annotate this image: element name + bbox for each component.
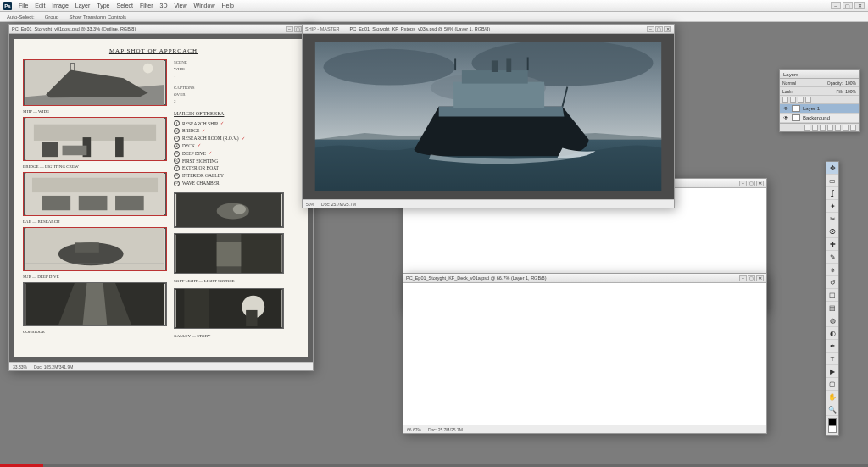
svg-rect-17 (75, 242, 99, 253)
doc-window-ship[interactable]: SHIP - MASTER PC_Ep01_Storyght_KF_Rsteps… (302, 24, 675, 208)
color-swatches[interactable] (828, 418, 837, 433)
storyboard-thumb (23, 117, 167, 161)
crop-tool[interactable]: ✂ (826, 213, 838, 225)
menu-view[interactable]: View (175, 3, 187, 8)
doc-max-icon[interactable]: ▢ (294, 26, 302, 32)
dodge-tool[interactable]: ◐ (826, 327, 838, 340)
layer-name[interactable]: Layer 1 (803, 106, 820, 111)
storyboard-thumb-small (174, 288, 284, 329)
brush-tool[interactable]: ✎ (826, 251, 838, 264)
menu-layer[interactable]: Layer (75, 3, 91, 8)
lock-pixels-icon[interactable] (790, 97, 796, 103)
tools-panel[interactable]: ✥ ▭ ʆ ✦ ✂ ⦿ ✚ ✎ ⎈ ↺ ◫ ▤ ◍ ◐ ✒ T ▶ ▢ ✋ 🔍 (826, 161, 839, 436)
svg-rect-11 (32, 178, 158, 192)
menu-help[interactable]: Help (221, 3, 233, 8)
opt-show-transform[interactable]: Show Transform Controls (69, 14, 126, 19)
ship-canvas[interactable] (311, 42, 665, 191)
menu-select[interactable]: Select (117, 3, 133, 8)
minimize-button[interactable]: – (831, 2, 841, 9)
layer-row[interactable]: 👁 Layer 1 (780, 104, 859, 114)
adjustment-icon[interactable] (827, 125, 833, 131)
menu-filter[interactable]: Filter (140, 3, 153, 8)
svg-rect-40 (462, 70, 528, 84)
new-layer-icon[interactable] (843, 125, 849, 131)
blank-canvas[interactable] (403, 283, 766, 425)
storyboard-thumb (23, 172, 167, 216)
svg-rect-41 (492, 60, 498, 72)
link-layers-icon[interactable] (804, 125, 810, 131)
foreground-swatch[interactable] (828, 418, 837, 426)
lasso-tool[interactable]: ʆ (826, 187, 838, 200)
zoom-readout[interactable]: 33.33% (13, 364, 27, 370)
fx-icon[interactable] (812, 125, 818, 131)
doc-title: PC_Ep01_Storyght_v01post.psd @ 33.3% (Ou… (12, 26, 136, 31)
doc-min-icon[interactable]: – (739, 181, 747, 186)
maximize-button[interactable]: ▢ (843, 2, 853, 9)
menu-3d[interactable]: 3D (160, 3, 168, 8)
doc-window-storyboard[interactable]: PC_Ep01_Storyght_v01post.psd @ 33.3% (Ou… (8, 24, 314, 371)
svg-rect-42 (506, 58, 511, 72)
menu-window[interactable]: Window (194, 3, 215, 8)
page-title: MAP SHOT OF APPROACH (23, 47, 284, 54)
svg-point-3 (143, 64, 153, 74)
lock-transparency-icon[interactable] (782, 97, 788, 103)
eraser-tool[interactable]: ◫ (826, 289, 838, 302)
trash-icon[interactable] (850, 125, 856, 131)
doc-close-icon[interactable]: ✕ (664, 26, 671, 32)
doc-close-icon[interactable]: ✕ (756, 181, 764, 186)
doc-window-blank-front[interactable]: PC_Ep01_Storyght_KF_Deck_v01a.psd @ 66.7… (403, 273, 767, 434)
close-button[interactable]: ✕ (854, 2, 865, 9)
group-icon[interactable] (835, 125, 841, 131)
stamp-tool[interactable]: ⎈ (826, 264, 838, 276)
marquee-tool[interactable]: ▭ (826, 175, 838, 187)
wand-tool[interactable]: ✦ (826, 200, 838, 213)
options-bar: Auto-Select: Group Show Transform Contro… (0, 12, 868, 22)
checklist: MARGIN OF THE SEA 1RESEARCH SHIP✓ 2BRIDG… (174, 110, 284, 187)
visibility-icon[interactable]: 👁 (782, 106, 789, 111)
eyedropper-tool[interactable]: ⦿ (826, 225, 838, 238)
path-select-tool[interactable]: ▶ (826, 365, 838, 378)
opt-auto-select[interactable]: Auto-Select: (7, 14, 35, 19)
layer-name[interactable]: Background (803, 115, 830, 120)
shape-tool[interactable]: ▢ (826, 378, 838, 391)
mask-icon[interactable] (820, 125, 826, 131)
opt-group[interactable]: Group (45, 14, 59, 19)
menu-edit[interactable]: Edit (35, 3, 45, 8)
type-tool[interactable]: T (826, 353, 838, 365)
doc-min-icon[interactable]: – (286, 26, 293, 32)
doc-close-icon[interactable]: ✕ (756, 275, 764, 281)
thumb-caption: CORRIDOR (23, 330, 167, 334)
zoom-readout[interactable]: 66.67% (407, 427, 421, 432)
pen-tool[interactable]: ✒ (826, 340, 838, 353)
doc-tab-label: SHIP - MASTER (305, 26, 340, 31)
menu-type[interactable]: Type (97, 3, 109, 8)
fill-value[interactable]: 100% (845, 89, 856, 94)
lock-position-icon[interactable] (798, 97, 804, 103)
storyboard-thumb (23, 282, 167, 326)
doc-min-icon[interactable]: – (647, 26, 654, 32)
blur-tool[interactable]: ◍ (826, 314, 838, 327)
panel-tab-layers[interactable]: Layers (783, 72, 798, 77)
zoom-tool[interactable]: 🔍 (826, 403, 838, 416)
healing-brush-tool[interactable]: ✚ (826, 238, 838, 251)
storyboard-sheet[interactable]: MAP SHOT OF APPROACH SHIP — WIDE BRIDGE … (14, 39, 308, 357)
doc-max-icon[interactable]: ▢ (655, 26, 663, 32)
hand-tool[interactable]: ✋ (826, 391, 838, 403)
visibility-icon[interactable]: 👁 (782, 115, 789, 120)
menu-image[interactable]: Image (52, 3, 68, 8)
gradient-tool[interactable]: ▤ (826, 302, 838, 314)
layer-row[interactable]: 👁 Background (780, 114, 859, 123)
lock-all-icon[interactable] (805, 97, 811, 103)
menu-file[interactable]: File (19, 3, 28, 8)
blend-mode-select[interactable]: Normal (782, 81, 796, 86)
layers-panel[interactable]: Layers Normal Opacity: 100% Lock: Fill: … (779, 69, 860, 132)
opacity-value[interactable]: 100% (845, 81, 856, 86)
zoom-readout[interactable]: 50% (306, 202, 314, 207)
doc-max-icon[interactable]: ▢ (748, 181, 755, 186)
history-brush-tool[interactable]: ↺ (826, 276, 838, 289)
thumb-caption: SUB — DEEP DIVE (23, 275, 167, 279)
move-tool[interactable]: ✥ (826, 162, 838, 175)
doc-max-icon[interactable]: ▢ (748, 275, 755, 281)
doc-min-icon[interactable]: – (739, 275, 747, 281)
svg-rect-12 (42, 196, 71, 210)
